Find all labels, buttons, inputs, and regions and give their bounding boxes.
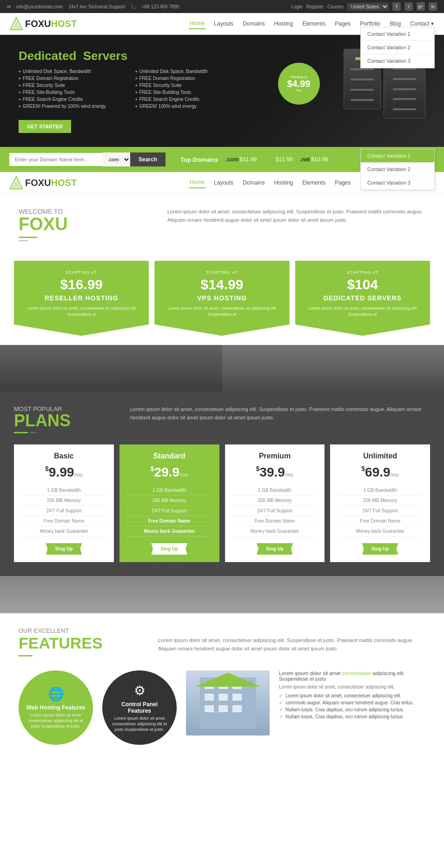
plans-divider (14, 432, 116, 433)
feature-item: Unlimited Disk Space, Bandwidth (135, 69, 243, 74)
feature-item: GREEN! 100% wind energy (135, 104, 243, 109)
building-svg (191, 673, 265, 733)
phone-link[interactable]: +88 123 456 7890 (142, 4, 179, 9)
plan-title-premium: Premium (232, 452, 318, 460)
starting-at-3: STARTING AT (301, 270, 424, 275)
nav2-domains[interactable]: Domains (242, 178, 265, 188)
feature-list-item: commodo augue. Aliquam ornare hendrerit … (279, 699, 425, 706)
pricing-section: STARTING AT $16.99 RESELLER HOSTING Lore… (0, 256, 444, 345)
nav2-pages[interactable]: Pages (334, 178, 351, 188)
nav-elements[interactable]: Elements (301, 19, 326, 29)
plan-card-standard: Standard $29.9/mo 1 GB Bandwidth 256 MB … (119, 444, 219, 562)
feature-domain-s: Free Domain Name (127, 516, 212, 526)
domain-search-button[interactable]: Search (130, 152, 166, 166)
signup-button-standard[interactable]: Sing Up (151, 543, 187, 555)
per-mo-basic: /mo (74, 472, 82, 477)
contact-var-1[interactable]: Contact Variation 1 (361, 149, 434, 163)
nav2-home[interactable]: Home (189, 177, 205, 188)
feature-memory: 256 MB Memory (21, 496, 106, 506)
web-hosting-desc: Lorem ipsum dolor sit amet consectetuer … (26, 713, 86, 729)
contact-dropdown-menu-2: Contact Variation 1 Contact Variation 2 … (360, 149, 435, 190)
secondary-header: FOXUHOST Home Layouts Domains Hosting El… (0, 172, 444, 194)
contact-variation-3[interactable]: Contact Variation 3 (361, 54, 434, 68)
features-heading: FEATURES (19, 634, 139, 652)
net-ext: .net (300, 156, 310, 163)
plans-desc: Lorem ipsum dolor sit amet, consectetuer… (130, 405, 430, 433)
svg-marker-1 (12, 20, 20, 29)
country-select[interactable]: United States (347, 3, 389, 11)
nav-home[interactable]: Home (189, 18, 205, 29)
svg-rect-10 (232, 694, 242, 701)
googleplus-icon[interactable]: g+ (417, 2, 425, 11)
logo-text-2: FOXUHOST (25, 178, 77, 188)
contact-var-2[interactable]: Contact Variation 2 (361, 163, 434, 176)
facebook-icon[interactable]: f (392, 2, 401, 11)
price-3: $104 (301, 277, 424, 292)
features-title-green: S (92, 634, 103, 652)
signup-button-basic[interactable]: Sing Up (46, 543, 82, 555)
plan-desc-2: Lorem ipsum dolor sit amet, consectetuer… (160, 305, 284, 317)
nav2-layouts[interactable]: Layouts (213, 178, 234, 188)
features-underline (19, 655, 33, 656)
pricing-card-vps: STARTING AT $14.99 VPS HOSTING Lorem ips… (154, 261, 289, 336)
hero-features: Unlimited Disk Space, Bandwidth Unlimite… (19, 69, 242, 109)
email-link[interactable]: info@yourdomain.com (16, 4, 63, 9)
feature-support-p: 24/7 Full Support (232, 506, 318, 516)
svg-rect-12 (219, 705, 228, 712)
welcome-desc: Lorem ipsum dolor sit amet, consectetuer… (167, 208, 425, 224)
price-amount-standard: 29.9 (154, 465, 180, 479)
signup-button-premium[interactable]: Sing Up (257, 543, 293, 555)
server-slot (393, 108, 416, 110)
svg-rect-9 (219, 694, 228, 701)
pricing-cards: STARTING AT $16.99 RESELLER HOSTING Lore… (14, 261, 430, 336)
feature-item: FREE Search Engine Credits (135, 97, 243, 102)
linkedin-icon[interactable]: in (429, 2, 437, 11)
plan-price-unlimited: $69.9/mo (338, 465, 423, 480)
feature-item: FREE Domain Registration (135, 76, 243, 81)
logo-2[interactable]: FOXUHOST (9, 176, 77, 190)
plans-title: PLANS (14, 412, 116, 429)
email-icon: ✉ (7, 4, 11, 9)
nav2-elements[interactable]: Elements (301, 178, 326, 188)
feature-memory-u: 256 MB Memory (338, 496, 423, 506)
plan-card-unlimited: Unlimited $69.9/mo 1 GB Bandwidth 256 MB… (330, 444, 430, 562)
register-link[interactable]: Register (306, 4, 324, 9)
signup-button-unlimited[interactable]: Sing Up (362, 543, 398, 555)
plan-card-premium: Premium $39.9/mo 1 GB Bandwidth 256 MB M… (225, 444, 325, 562)
contact-var-3[interactable]: Contact Variation 3 (361, 176, 434, 190)
nav-contact-dropdown[interactable]: Contact ▾ Contact Variation 1 Contact Va… (409, 20, 435, 27)
price-circle: Starting at $4.99 /mo (278, 63, 320, 105)
domain-org-price: .org $11.99 (264, 156, 292, 163)
feature-item: FREE Security Suite (135, 83, 243, 88)
nav-domains[interactable]: Domains (242, 19, 265, 29)
support-text: 24x7 live Technical Support (68, 4, 125, 9)
org-price: $11.99 (276, 156, 293, 163)
domain-ext-select[interactable]: .com .org .net (102, 152, 130, 166)
price-amount-premium: 39.9 (259, 465, 285, 479)
feature-domain-p: Free Domain Name (232, 516, 318, 526)
nav-hosting[interactable]: Hosting (273, 19, 294, 29)
nav-pages[interactable]: Pages (334, 19, 351, 29)
plans-title-plain: PLAN (14, 411, 60, 430)
get-started-button[interactable]: GET STARTED (19, 120, 71, 133)
domain-search-group: .com .org .net Search (9, 152, 166, 166)
per-mo-standard: /mo (179, 472, 188, 477)
hero-price: $4.99 (287, 79, 310, 88)
plan-features-unlimited: 1 GB Bandwidth 256 MB Memory 24/7 Full S… (338, 485, 423, 537)
svg-rect-13 (232, 705, 242, 712)
nav2-hosting[interactable]: Hosting (273, 178, 294, 188)
contact-variation-2[interactable]: Contact Variation 2 (361, 41, 434, 54)
plan-price-standard: $29.9/mo (127, 465, 212, 480)
login-link[interactable]: Login (291, 4, 302, 9)
server-slot (393, 98, 416, 100)
contact-variation-1[interactable]: Contact Variation 1 (361, 27, 434, 41)
twitter-icon[interactable]: t (404, 2, 413, 11)
features-section: OUR EXCELLENT FEATURES Lorem ipsum dolor… (0, 613, 444, 759)
hero-title-plain: Dedicated (19, 49, 76, 63)
features-header: OUR EXCELLENT FEATURES Lorem ipsum dolor… (19, 627, 425, 656)
domain-search-input[interactable] (9, 153, 102, 166)
nav-layouts[interactable]: Layouts (213, 19, 234, 29)
plans-section: MOST POPULAR PLANS Lorem ipsum dolor sit… (0, 391, 444, 576)
logo[interactable]: FOXUHOST (9, 17, 77, 31)
feature-moneyback-s: Money back Guarantee (127, 526, 212, 537)
